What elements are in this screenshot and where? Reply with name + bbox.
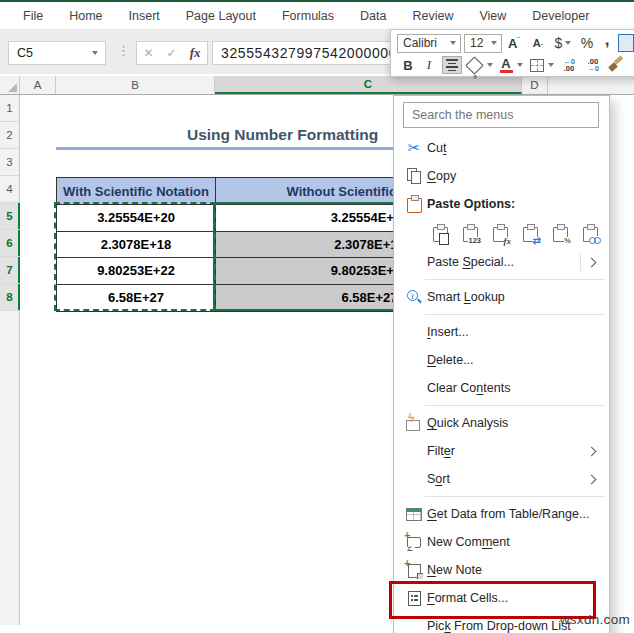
paste-button[interactable]	[427, 220, 453, 246]
menu-item-paste-special[interactable]: Paste Special...	[394, 248, 609, 276]
formula-buttons: ✕ ✓ fx	[136, 41, 208, 65]
row-header-2[interactable]: 2	[0, 122, 19, 149]
enter-icon[interactable]: ✓	[167, 46, 177, 60]
excel-window: FileHomeInsertPage LayoutFormulasDataRev…	[0, 0, 634, 633]
row-header-6[interactable]: 6	[0, 230, 19, 257]
ribbon-tab-home[interactable]: Home	[56, 9, 115, 23]
menu-item-label: Sort	[427, 472, 609, 486]
font-color-button[interactable]: A	[495, 55, 527, 75]
cell-b6[interactable]: 2.3078E+18	[57, 232, 216, 259]
borders-button[interactable]	[527, 55, 557, 75]
accounting-format-button[interactable]: $	[550, 33, 576, 53]
cell-b7[interactable]: 9.80253E+22	[57, 258, 216, 285]
menu-item-label: Get Data from Table/Range...	[427, 507, 609, 521]
menu-item-insert[interactable]: Insert...	[394, 318, 609, 346]
cell-b5[interactable]: 3.25554E+20	[57, 205, 216, 232]
paste-transpose-button[interactable]: ⇄	[517, 220, 543, 246]
ribbon-tab-insert[interactable]: Insert	[116, 9, 173, 23]
ribbon-tab-formulas[interactable]: Formulas	[269, 9, 347, 23]
cancel-icon[interactable]: ✕	[144, 46, 154, 60]
ribbon-tab-file[interactable]: File	[10, 9, 56, 23]
menu-item-delete[interactable]: Delete...	[394, 346, 609, 374]
row-header-5[interactable]: 5	[0, 203, 19, 230]
paste-formulas-icon: fx	[491, 224, 509, 243]
ribbon-tab-review[interactable]: Review	[399, 9, 466, 23]
ribbon-tab-view[interactable]: View	[466, 9, 519, 23]
menu-item-label: Smart Lookup	[427, 290, 609, 304]
menu-item-clear-contents[interactable]: Clear Contents	[394, 374, 609, 402]
quick-analysis-icon: ϟ	[405, 414, 423, 432]
ribbon-tab-data[interactable]: Data	[347, 9, 399, 23]
insert-function-icon[interactable]: fx	[190, 45, 201, 61]
name-box-dropdown-icon[interactable]	[92, 51, 98, 55]
row-header-3[interactable]: 3	[0, 149, 19, 176]
increase-decimal-icon: .00→0	[587, 58, 599, 72]
clipboard-icon	[405, 195, 423, 214]
menu-item-smart-lookup[interactable]: iSmart Lookup	[394, 283, 609, 311]
row-header-8[interactable]: 8	[0, 284, 19, 311]
column-header-b[interactable]: B	[56, 76, 215, 94]
menu-item-copy[interactable]: Copy	[394, 162, 609, 190]
menu-item-new-comment[interactable]: +New Comment	[394, 528, 609, 556]
paste-formulas-button[interactable]: fx	[487, 220, 513, 246]
scissors-icon: ✂	[405, 139, 423, 157]
bold-button[interactable]: B	[397, 55, 419, 75]
cell-b8[interactable]: 6.58E+27	[57, 285, 216, 312]
column-header-a[interactable]: A	[20, 76, 56, 94]
menu-item-get-data[interactable]: Get Data from Table/Range...	[394, 500, 609, 528]
paste-values-button[interactable]: 123	[457, 220, 483, 246]
row-header-4[interactable]: 4	[0, 176, 19, 203]
increase-font-size-button[interactable]: Aˆ	[502, 33, 526, 53]
percent-style-button[interactable]: %	[576, 33, 598, 53]
menu-search-input[interactable]	[403, 102, 599, 128]
paste-link-button[interactable]	[577, 220, 603, 246]
menu-separator	[425, 496, 605, 497]
format-painter-button[interactable]	[605, 55, 627, 75]
menu-item-sort[interactable]: Sort	[394, 465, 609, 493]
menu-item-cut[interactable]: ✂Cut	[394, 134, 609, 162]
menu-item-filter[interactable]: Filter	[394, 437, 609, 465]
decrease-font-size-button[interactable]: Aˇ	[526, 33, 550, 53]
row-headers: 12345678	[0, 95, 20, 625]
decrease-decimal-button[interactable]: ←0.00	[557, 55, 581, 75]
fill-color-button[interactable]	[465, 55, 495, 75]
menu-item-label: New Note	[427, 563, 609, 577]
row-header-1[interactable]: 1	[0, 95, 19, 122]
formula-bar-handle[interactable]: ⋮	[117, 43, 130, 58]
decrease-decimal-icon: ←0.00	[563, 58, 575, 72]
new-note-icon: +	[405, 561, 423, 579]
row-header-7[interactable]: 7	[0, 257, 19, 284]
menu-item-label: Copy	[427, 169, 609, 183]
watermark: wsxdn.com	[560, 612, 630, 627]
cell-styles-button[interactable]	[616, 33, 634, 53]
fill-color-icon	[465, 56, 483, 74]
menu-separator	[425, 314, 605, 315]
menu-item-quick-analysis[interactable]: ϟQuick Analysis	[394, 409, 609, 437]
paste-values-icon: 123	[461, 224, 479, 243]
column-headers: ABCD	[0, 76, 634, 95]
name-box[interactable]: C5	[8, 41, 106, 65]
center-align-button[interactable]	[439, 55, 465, 75]
menu-item-label: Format Cells...	[427, 591, 609, 605]
font-size-select[interactable]: 12	[464, 34, 502, 53]
column-header-d[interactable]: D	[522, 76, 548, 94]
menu-item-label: Filter	[427, 444, 609, 458]
paste-formatting-button[interactable]: %	[547, 220, 573, 246]
font-size-dropdown-icon	[491, 41, 497, 45]
ribbon-tab-developer[interactable]: Developer	[519, 9, 602, 23]
comma-style-button[interactable]: ,	[598, 33, 616, 53]
select-all-corner[interactable]	[0, 76, 20, 94]
font-name-select[interactable]: Calibri	[397, 34, 461, 53]
menu-separator	[425, 405, 605, 406]
italic-button[interactable]: I	[419, 55, 439, 75]
menu-item-label: Quick Analysis	[427, 416, 609, 430]
menu-item-paste-options[interactable]: Paste Options:	[394, 190, 609, 218]
format-painter-icon	[608, 58, 624, 72]
table-header-with-scientific[interactable]: With Scientific Notation	[57, 178, 216, 205]
ribbon-tab-page-layout[interactable]: Page Layout	[173, 9, 269, 23]
paste-link-icon	[581, 224, 599, 243]
center-align-icon	[442, 56, 462, 74]
menu-item-format-cells[interactable]: Format Cells...	[394, 584, 609, 612]
menu-item-new-note[interactable]: +New Note	[394, 556, 609, 584]
increase-decimal-button[interactable]: .00→0	[581, 55, 605, 75]
